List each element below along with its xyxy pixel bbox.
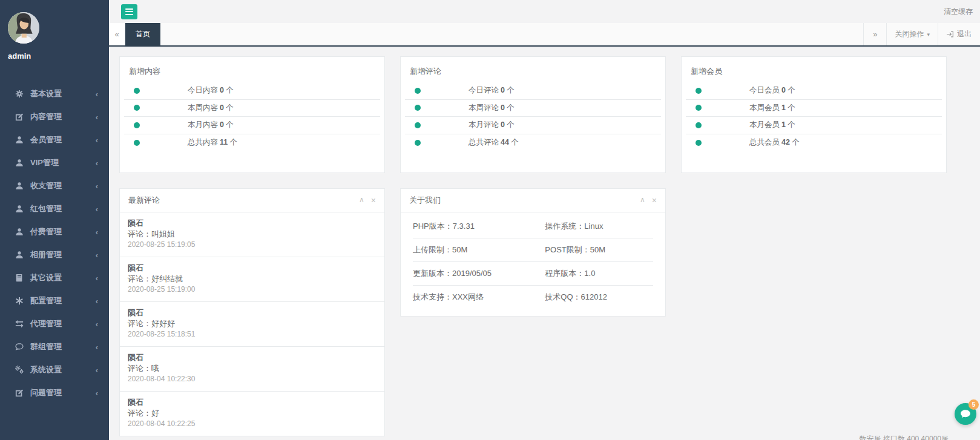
sidebar-item-basic-settings[interactable]: 基本设置 ‹ (0, 82, 109, 105)
about-row: 上传限制：50M POST限制：50M (413, 238, 653, 262)
cogs-icon (15, 366, 24, 374)
chevron-left-icon: ‹ (96, 205, 98, 213)
tab-spacer (160, 23, 863, 45)
sidebar-item-vip-mgmt[interactable]: VIP管理 ‹ (0, 151, 109, 174)
comment-item: 陨石 评论：好好好 2020-08-25 15:18:51 (120, 302, 384, 347)
sidebar-item-redpacket-mgmt[interactable]: 红包管理 ‹ (0, 197, 109, 220)
stat-suffix: 个 (226, 120, 234, 129)
green-dot-icon (415, 88, 421, 94)
stat-row: 今日评论0个 (405, 82, 661, 100)
top-navbar: 清空缓存 (109, 0, 980, 23)
stat-value: 44 (501, 138, 509, 146)
sidebar-item-question-mgmt[interactable]: 问题管理 ‹ (0, 381, 109, 404)
comment-author: 陨石 (128, 352, 377, 363)
stat-row: 今日内容0个 (124, 82, 380, 100)
stat-label: 本月评论 (469, 120, 499, 129)
close-icon[interactable]: × (371, 196, 376, 205)
stat-row: 本月会员1个 (686, 117, 942, 134)
stat-suffix: 个 (229, 138, 237, 146)
sidebar-item-system-settings[interactable]: 系统设置 ‹ (0, 358, 109, 381)
chevron-left-icon: ‹ (96, 320, 98, 328)
stat-suffix: 个 (788, 120, 795, 129)
logout-button[interactable]: 退出 (938, 23, 980, 45)
sidebar-item-label: 收支管理 (30, 180, 62, 191)
clear-cache-link[interactable]: 清空缓存 (944, 7, 973, 17)
chevron-left-icon: ‹ (96, 90, 98, 98)
comment-text: 评论：好纠结就 (128, 274, 377, 284)
comment-author: 陨石 (128, 397, 377, 408)
sidebar-item-content-mgmt[interactable]: 内容管理 ‹ (0, 105, 109, 128)
sidebar-nav: 基本设置 ‹ 内容管理 ‹ 会员管理 ‹ VIP管理 ‹ 收支管理 ‹ 红包管理… (0, 82, 109, 404)
stat-row: 总共会员42个 (686, 134, 942, 152)
sidebar-item-label: 基本设置 (30, 88, 62, 99)
user-icon (15, 159, 24, 167)
card-title: 新增评论 (401, 57, 665, 82)
green-dot-icon (696, 105, 702, 111)
stat-row: 总共评论44个 (405, 134, 661, 152)
card-title: 最新评论 (128, 195, 160, 206)
new-members-card: 新增会员 今日会员0个 本周会员1个 本月会员1个 总共会员42个 (681, 56, 947, 173)
sidebar-item-label: 会员管理 (30, 134, 62, 145)
sidebar-item-other-settings[interactable]: 其它设置 ‹ (0, 266, 109, 289)
comment-icon (15, 343, 24, 351)
about-label: 操作系统： (545, 222, 584, 231)
logout-label: 退出 (957, 29, 972, 39)
stat-label: 本月会员 (749, 120, 780, 129)
stat-suffix: 个 (788, 86, 795, 94)
green-dot-icon (134, 88, 140, 94)
collapse-icon[interactable]: ∧ (359, 196, 364, 205)
about-label: 技术支持： (413, 292, 452, 301)
stat-label: 本月内容 (188, 120, 218, 129)
sidebar-item-income-mgmt[interactable]: 收支管理 ‹ (0, 174, 109, 197)
sidebar-item-config-mgmt[interactable]: 配置管理 ‹ (0, 289, 109, 312)
chevron-left-icon: ‹ (96, 297, 98, 305)
comment-text: 评论：好 (128, 408, 377, 419)
latest-comments-card: 最新评论 ∧ × 陨石 评论：叫姐姐 2020-08-25 15:19:05 陨… (119, 188, 385, 436)
user-icon (15, 182, 24, 190)
sidebar-item-label: 代理管理 (30, 318, 62, 329)
comment-date: 2020-08-04 10:22:30 (128, 374, 377, 384)
stat-value: 1 (781, 120, 786, 129)
chat-unread-badge: 5 (968, 399, 979, 410)
chevron-left-icon: ‹ (96, 274, 98, 282)
sidebar-item-label: 其它设置 (30, 272, 62, 283)
stat-label: 总共内容 (188, 138, 218, 146)
sidebar-item-member-mgmt[interactable]: 会员管理 ‹ (0, 128, 109, 151)
stat-label: 今日内容 (188, 86, 218, 94)
chevron-left-icon: ‹ (96, 182, 98, 190)
about-row: PHP版本：7.3.31 操作系统：Linux (413, 215, 653, 238)
hamburger-menu-button[interactable] (121, 4, 137, 19)
stat-suffix: 个 (792, 138, 800, 146)
comment-item: 陨石 评论：叫姐姐 2020-08-25 15:19:05 (120, 212, 384, 257)
stat-suffix: 个 (511, 138, 519, 146)
sidebar-item-label: 群组管理 (30, 341, 62, 352)
sidebar-item-agent-mgmt[interactable]: 代理管理 ‹ (0, 312, 109, 335)
stat-suffix: 个 (226, 86, 234, 94)
tab-home[interactable]: 首页 (125, 23, 160, 45)
close-icon[interactable]: × (652, 196, 657, 205)
scroll-tabs-left-button[interactable]: « (109, 23, 125, 45)
close-operations-dropdown[interactable]: 关闭操作 ▾ (886, 23, 938, 45)
stat-label: 本周会员 (749, 103, 780, 112)
user-icon (15, 251, 24, 259)
sidebar-item-label: 问题管理 (30, 387, 62, 398)
stat-label: 今日评论 (469, 86, 499, 94)
avatar (8, 12, 39, 44)
sidebar-item-group-mgmt[interactable]: 群组管理 ‹ (0, 335, 109, 358)
collapse-icon[interactable]: ∧ (640, 196, 645, 205)
scroll-tabs-right-button[interactable]: » (863, 23, 886, 45)
user-icon (15, 205, 24, 213)
chevron-left-icon: ‹ (96, 136, 98, 144)
about-value: Linux (584, 222, 603, 231)
green-dot-icon (134, 105, 140, 111)
about-label: POST限制： (545, 245, 590, 254)
comment-author: 陨石 (128, 218, 377, 229)
chevron-left-icon: ‹ (96, 366, 98, 374)
sidebar-item-payment-mgmt[interactable]: 付费管理 ‹ (0, 220, 109, 243)
stat-suffix: 个 (507, 103, 515, 112)
comment-text: 评论：好好好 (128, 318, 377, 329)
stat-suffix: 个 (226, 103, 234, 112)
sidebar-item-album-mgmt[interactable]: 相册管理 ‹ (0, 243, 109, 266)
stat-suffix: 个 (507, 120, 515, 129)
chat-widget-button[interactable]: 5 (955, 403, 976, 425)
